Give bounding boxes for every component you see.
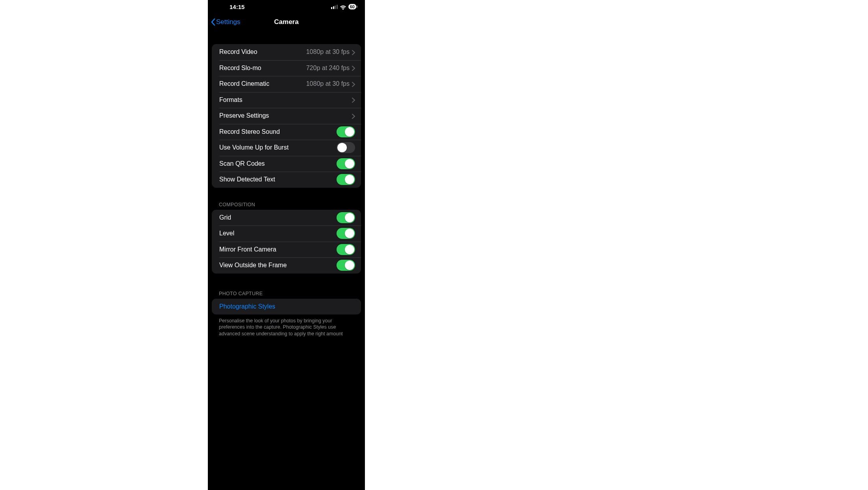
toggle-volume-up-burst[interactable] bbox=[337, 142, 355, 153]
iphone-screen: 14:15 60 Settings Camera Record Video bbox=[208, 0, 365, 490]
row-label: Mirror Front Camera bbox=[219, 246, 337, 253]
toggle-view-outside-frame[interactable] bbox=[337, 260, 355, 271]
row-preserve-settings[interactable]: Preserve Settings bbox=[212, 108, 361, 124]
row-detail: 1080p at 30 fps bbox=[306, 80, 350, 87]
row-show-detected-text: Show Detected Text bbox=[212, 172, 361, 188]
row-label: Formats bbox=[219, 96, 352, 104]
chevron-right-icon bbox=[352, 65, 355, 70]
back-button[interactable]: Settings bbox=[211, 18, 240, 26]
toggle-mirror-front-camera[interactable] bbox=[337, 244, 355, 255]
group-recording: Record Video 1080p at 30 fps Record Slo-… bbox=[212, 44, 361, 188]
row-label: Level bbox=[219, 230, 337, 237]
chevron-right-icon bbox=[352, 81, 355, 87]
row-volume-up-burst: Use Volume Up for Burst bbox=[212, 140, 361, 156]
row-formats[interactable]: Formats bbox=[212, 92, 361, 108]
row-label: Record Video bbox=[219, 48, 306, 55]
toggle-scan-qr-codes[interactable] bbox=[337, 158, 355, 169]
row-label: Grid bbox=[219, 214, 337, 221]
status-time: 14:15 bbox=[229, 4, 244, 10]
row-label: Record Stereo Sound bbox=[219, 128, 337, 135]
back-label: Settings bbox=[216, 18, 240, 26]
row-level: Level bbox=[212, 226, 361, 242]
toggle-grid[interactable] bbox=[337, 212, 355, 223]
chevron-left-icon bbox=[211, 18, 215, 26]
status-right: 60 bbox=[331, 4, 356, 9]
row-scan-qr-codes: Scan QR Codes bbox=[212, 156, 361, 172]
row-label: Show Detected Text bbox=[219, 176, 337, 183]
battery-icon: 60 bbox=[348, 4, 356, 9]
row-label: View Outside the Frame bbox=[219, 262, 337, 269]
row-label: Use Volume Up for Burst bbox=[219, 144, 337, 151]
row-view-outside-frame: View Outside the Frame bbox=[212, 257, 361, 274]
row-label: Record Slo-mo bbox=[219, 65, 306, 72]
row-label: Record Cinematic bbox=[219, 80, 306, 87]
row-mirror-front-camera: Mirror Front Camera bbox=[212, 242, 361, 258]
wifi-icon bbox=[340, 4, 346, 9]
row-detail: 1080p at 30 fps bbox=[306, 48, 350, 55]
chevron-right-icon bbox=[352, 113, 355, 118]
cellular-signal-icon bbox=[331, 5, 338, 9]
group-composition: Grid Level Mirror Front Camera View Outs… bbox=[212, 210, 361, 274]
row-detail: 720p at 240 fps bbox=[306, 65, 350, 72]
chevron-right-icon bbox=[352, 97, 355, 102]
nav-bar: Settings Camera bbox=[208, 13, 365, 31]
chevron-right-icon bbox=[352, 50, 355, 55]
section-header-photo-capture: PHOTO CAPTURE bbox=[212, 288, 361, 299]
row-record-stereo-sound: Record Stereo Sound bbox=[212, 124, 361, 140]
toggle-show-detected-text[interactable] bbox=[337, 174, 355, 185]
group-photo-capture: Photographic Styles bbox=[212, 299, 361, 315]
row-label: Preserve Settings bbox=[219, 112, 352, 119]
toggle-record-stereo-sound[interactable] bbox=[337, 126, 355, 137]
photographic-styles-footer: Personalise the look of your photos by b… bbox=[212, 314, 361, 337]
section-header-composition: COMPOSITION bbox=[212, 200, 361, 210]
row-record-video[interactable]: Record Video 1080p at 30 fps bbox=[212, 44, 361, 60]
row-photographic-styles[interactable]: Photographic Styles bbox=[212, 299, 361, 315]
toggle-level[interactable] bbox=[337, 228, 355, 239]
status-bar: 14:15 60 bbox=[208, 0, 365, 13]
row-label: Photographic Styles bbox=[219, 303, 355, 310]
row-record-slomo[interactable]: Record Slo-mo 720p at 240 fps bbox=[212, 60, 361, 76]
row-grid: Grid bbox=[212, 210, 361, 226]
row-record-cinematic[interactable]: Record Cinematic 1080p at 30 fps bbox=[212, 76, 361, 92]
row-label: Scan QR Codes bbox=[219, 160, 337, 167]
